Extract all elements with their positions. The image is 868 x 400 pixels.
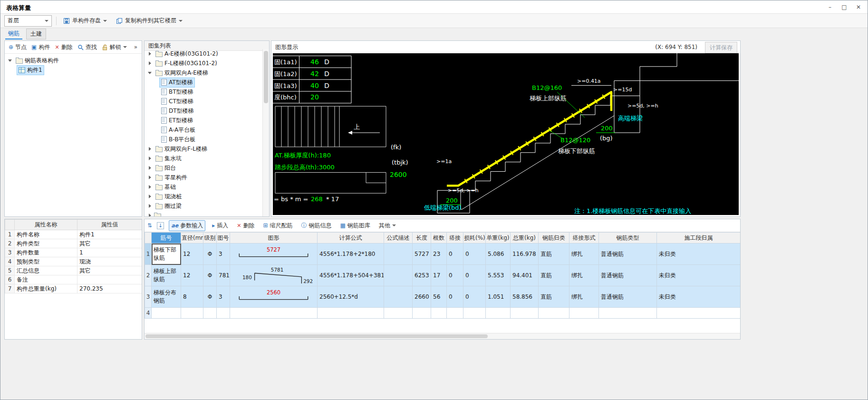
folder-icon (155, 52, 163, 57)
col-header[interactable]: 总重(kg) (511, 233, 539, 244)
expand-arrow-icon[interactable] (149, 204, 151, 208)
expand-arrow-icon[interactable] (149, 185, 151, 189)
expand-arrow-icon[interactable] (149, 52, 151, 56)
property-row[interactable]: 6备注 (5, 275, 142, 284)
shape-cell[interactable]: 2560 (230, 286, 318, 308)
expand-arrow-icon[interactable] (149, 147, 151, 151)
calc-save-button[interactable]: 计算保存 (705, 42, 737, 53)
tree-item[interactable]: ET型楼梯 (145, 116, 263, 125)
tree-item[interactable]: A-E楼梯(03G101-2) (145, 49, 263, 59)
scrollbar-thumb[interactable] (264, 51, 268, 103)
tree-item[interactable]: CT型楼梯 (145, 97, 263, 106)
move-down-icon[interactable]: ↓ (157, 222, 164, 229)
expand-arrow-icon[interactable] (149, 61, 151, 65)
col-header[interactable]: 损耗(%) (463, 233, 486, 244)
tree-item[interactable]: A-A平台板 (145, 125, 263, 135)
col-header[interactable]: 根数 (431, 233, 447, 244)
component-toolbar: ⊕节点 ▣构件 ✕删除 查找 解锁 » (5, 41, 142, 54)
unlock-button[interactable]: 解锁 (100, 42, 129, 52)
tree-item[interactable]: 双网双向A-E楼梯 (145, 68, 263, 78)
scrollbar-thumb[interactable] (145, 334, 488, 338)
chevron-down-icon (179, 20, 183, 22)
component-button[interactable]: ▣构件 (29, 42, 52, 52)
tree-item-component1[interactable]: 构件1 (5, 65, 142, 75)
property-row[interactable]: 5汇总信息其它 (5, 266, 142, 275)
col-header[interactable]: 长度 (413, 233, 431, 244)
scale-rebar-button[interactable]: ⊞缩尺配筋 (261, 221, 294, 231)
overflow-button[interactable]: » (132, 44, 140, 50)
tree-item[interactable]: 基础 (145, 182, 263, 192)
param-value: 20 (310, 93, 319, 101)
floor-select[interactable]: 首层 (4, 15, 52, 27)
col-header[interactable]: 公式描述 (384, 233, 413, 244)
table-row-empty[interactable]: 4 (145, 308, 741, 319)
col-header[interactable]: 图形 (230, 233, 318, 244)
other-button[interactable]: 其他 (377, 221, 398, 231)
col-header[interactable]: 图号 (217, 233, 230, 244)
col-header[interactable]: 搭接 (447, 233, 463, 244)
step-formula-mult: * 17 (326, 195, 339, 203)
tree-item-partial[interactable] (145, 211, 263, 216)
minimize-icon[interactable]: – (823, 0, 837, 14)
table-row[interactable]: 1 梯板下部纵筋 12 Φ 3 5727 4556*1.178+2*180 57… (145, 244, 741, 265)
rebar-library-button[interactable]: ▦钢筋图库 (338, 221, 372, 231)
tree-item[interactable]: 现浇桩 (145, 192, 263, 201)
table-row[interactable]: 2 梯板上部纵筋 12 Φ 781 5781 180 292 4556*1.17… (145, 265, 741, 286)
col-header[interactable]: 搭接形式 (569, 233, 599, 244)
save-component-button[interactable]: 单构件存盘 (61, 15, 109, 27)
rebar-hscrollbar[interactable] (145, 333, 740, 339)
property-row[interactable]: 2构件类型其它 (5, 239, 142, 248)
copy-component-button[interactable]: 复制构件到其它楼层 (114, 15, 185, 27)
tab-civil[interactable]: 土建 (26, 29, 46, 39)
delete-row-button[interactable]: ✕删除 (235, 221, 256, 231)
expand-arrow-icon[interactable] (149, 166, 151, 170)
active-cell[interactable]: 梯板下部纵筋 (152, 244, 181, 265)
tree-item[interactable]: 双网双向F-L楼梯 (145, 144, 263, 154)
tree-item[interactable]: 集水坑 (145, 154, 263, 163)
property-row[interactable]: 7构件总重量(kg)270.235 (5, 284, 142, 293)
expand-arrow-icon[interactable] (149, 156, 151, 160)
tree-item[interactable]: F-L楼梯(03G101-2) (145, 59, 263, 68)
tree-item-root[interactable]: 钢筋表格构件 (5, 56, 142, 65)
col-header[interactable]: 计算公式 (318, 233, 384, 244)
col-header[interactable]: 单重(kg) (486, 233, 511, 244)
expand-arrow-icon[interactable] (148, 72, 152, 74)
property-row[interactable]: 4预制类型现浇 (5, 257, 142, 266)
col-header[interactable]: 直径(mm) (181, 233, 203, 244)
maximize-icon[interactable]: □ (837, 0, 851, 14)
col-header[interactable]: 钢筋归类 (539, 233, 569, 244)
delete-button[interactable]: ✕删除 (53, 42, 74, 52)
expand-arrow-icon[interactable] (149, 176, 151, 179)
col-header[interactable]: 级别 (203, 233, 217, 244)
expand-arrow-icon[interactable] (8, 59, 12, 62)
tree-item[interactable]: AT型楼梯 (145, 78, 263, 87)
tree-item[interactable]: 圈过梁 (145, 201, 263, 211)
sort-icon[interactable]: ⇅ (147, 223, 152, 228)
property-row[interactable]: 1构件名称构件1 (5, 230, 142, 239)
expand-arrow-icon[interactable] (149, 195, 151, 198)
tree-item[interactable]: BT型楼梯 (145, 87, 263, 97)
col-header[interactable]: 施工段归属 (657, 233, 741, 244)
col-header[interactable]: 钢筋类型 (599, 233, 657, 244)
tab-rebar[interactable]: 钢筋 (5, 29, 22, 39)
property-row[interactable]: 3构件数量1 (5, 248, 142, 257)
tree-item[interactable]: B-B平台板 (145, 135, 263, 144)
atlas-scrollbar[interactable] (262, 49, 269, 216)
shape-cell[interactable]: 5727 (230, 244, 318, 265)
insert-button[interactable]: ▸插入 (210, 221, 230, 231)
tree-item[interactable]: 零星构件 (145, 173, 263, 182)
tree-item[interactable]: 阳台 (145, 163, 263, 173)
close-icon[interactable]: ✕ (851, 0, 866, 14)
rebar-info-button[interactable]: ⓘ钢筋信息 (299, 221, 333, 231)
tree-item[interactable]: DT型楼梯 (145, 106, 263, 116)
cad-canvas[interactable]: 固(1a1) 固(1a2) 固(1a3) 度(bhc) 46 42 40 20 … (273, 53, 739, 215)
find-button[interactable]: 查找 (76, 42, 99, 52)
col-header[interactable]: 筋号 (152, 233, 181, 244)
document-icon (161, 107, 167, 114)
unlock-icon (102, 44, 108, 50)
table-row[interactable]: 3 梯板分布钢筋 8 Φ 3 2560 2560+12.5*d 2660 56 … (145, 286, 741, 308)
shape-cell[interactable]: 5781 180 292 (230, 265, 318, 286)
param-input-button[interactable]: ae参数输入 (169, 220, 205, 231)
lower-bar-label: 梯板下部纵筋 (558, 147, 595, 155)
node-button[interactable]: ⊕节点 (7, 42, 29, 52)
